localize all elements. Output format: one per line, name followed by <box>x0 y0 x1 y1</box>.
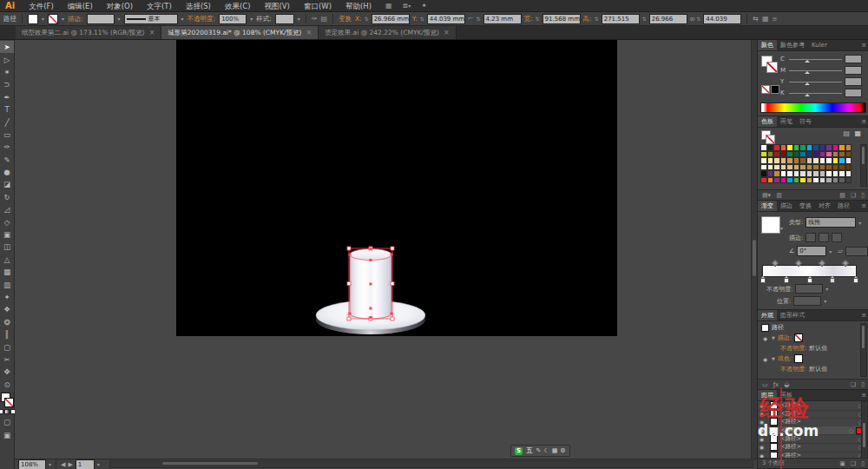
cs-live-icon[interactable]: ✦ <box>421 2 427 10</box>
field-stepper-0[interactable]: ⇅ <box>365 16 369 22</box>
gradient-tab-4[interactable]: 路径 <box>834 201 853 211</box>
swatch-2-3[interactable] <box>780 157 787 164</box>
style-field[interactable] <box>275 14 294 24</box>
swatch-5-12[interactable] <box>838 177 845 184</box>
swatch-2-5[interactable] <box>793 157 800 164</box>
swatch-0-9[interactable] <box>819 144 826 151</box>
swatch-4-11[interactable] <box>832 170 839 177</box>
delete-layer-icon[interactable]: ▯ <box>861 460 865 467</box>
swatch-0-2[interactable] <box>773 144 780 151</box>
field-stepper-5[interactable]: ⇅ <box>642 16 647 22</box>
swatch-5-11[interactable] <box>832 177 839 184</box>
swatch-2-10[interactable] <box>825 157 832 164</box>
swatches-stroke-proxy[interactable] <box>766 135 775 144</box>
gradient-stop-4[interactable] <box>853 278 858 283</box>
gradient-type-select[interactable]: 线性 <box>806 217 856 228</box>
swatch-0-1[interactable] <box>767 144 774 151</box>
stroke-opacity-label[interactable]: 不透明度: <box>780 344 806 353</box>
swatch-2-7[interactable] <box>806 157 813 164</box>
magic-wand-tool[interactable]: ✶ <box>0 66 14 78</box>
swatch-4-1[interactable] <box>767 170 774 177</box>
swatch-4-2[interactable] <box>773 170 780 177</box>
swatch-1-12[interactable] <box>838 151 845 158</box>
gradient-tab-0[interactable]: 渐变 <box>758 201 777 211</box>
perspective-grid-tool[interactable]: △ <box>0 254 14 266</box>
swatch-1-8[interactable] <box>812 151 819 158</box>
swatch-1-6[interactable] <box>799 151 806 158</box>
eraser-tool[interactable]: ◪ <box>0 178 14 190</box>
symbol-sprayer-tool[interactable]: ❂ <box>0 316 14 328</box>
swatch-1-13[interactable] <box>845 151 852 158</box>
ime-keyboard-icon[interactable]: ▦ <box>552 447 558 454</box>
channel-slider-m[interactable] <box>789 70 842 71</box>
document-setup-icon[interactable]: ▤ <box>320 15 327 23</box>
fill-stroke-indicator[interactable] <box>0 393 14 408</box>
gradient-tab-1[interactable]: 描边 <box>777 201 796 211</box>
swatches-tab-2[interactable]: 符号 <box>796 116 815 127</box>
swatch-0-7[interactable] <box>806 144 813 151</box>
field-stepper-3[interactable]: ⇅ <box>536 16 540 22</box>
transform-field-5[interactable]: 26.966 <box>649 14 687 24</box>
hand-tool[interactable]: ✥ <box>0 366 14 378</box>
vertical-scroll-thumb[interactable] <box>753 240 756 276</box>
gradient-preview-swatch[interactable] <box>761 216 780 234</box>
swatch-1-11[interactable] <box>832 151 839 158</box>
swatch-5-1[interactable] <box>767 177 774 184</box>
swatch-1-2[interactable] <box>773 151 780 158</box>
screen-mode-icon[interactable]: ▣ <box>0 428 14 440</box>
stroke-grad-across-icon[interactable] <box>832 233 842 242</box>
swatch-0-10[interactable] <box>825 144 832 151</box>
transform-field-2[interactable]: 4.23 mm <box>483 14 522 24</box>
ime-pen-icon[interactable]: ✎ <box>536 447 542 454</box>
pencil-tool[interactable]: ✎ <box>0 154 14 166</box>
gradient-midpoint-1[interactable] <box>795 260 802 267</box>
rotate-tool[interactable]: ↻ <box>0 191 14 203</box>
swatch-0-5[interactable] <box>793 144 800 151</box>
artwork[interactable] <box>176 40 617 336</box>
swatch-3-8[interactable] <box>812 164 819 171</box>
swatch-5-4[interactable] <box>786 177 793 184</box>
channel-value-y[interactable] <box>845 77 862 86</box>
swatch-2-12[interactable] <box>838 157 845 164</box>
stroke-grad-within-icon[interactable] <box>806 233 816 242</box>
delete-item-icon[interactable]: ▯ <box>861 381 865 388</box>
swatch-4-10[interactable] <box>825 170 832 177</box>
ime-moon-icon[interactable]: ☾ <box>543 447 549 454</box>
swatch-2-0[interactable] <box>760 157 767 164</box>
gradient-tool[interactable]: ▥ <box>0 278 14 290</box>
gradient-midpoint-2[interactable] <box>819 260 825 267</box>
list-view-icon[interactable]: ▤ <box>843 129 850 137</box>
swatch-3-13[interactable] <box>845 164 852 171</box>
menu-item-4[interactable]: 选择(S) <box>179 0 218 12</box>
swatch-1-0[interactable] <box>760 151 767 158</box>
pen-tool[interactable]: ✒ <box>0 91 14 103</box>
blob-brush-tool[interactable]: ● <box>0 166 14 178</box>
close-tab-icon[interactable]: × <box>306 26 312 39</box>
mesh-tool[interactable]: ▦ <box>0 266 14 278</box>
appearance-fill-label[interactable]: 填色: <box>778 354 792 363</box>
gradient-stop-1[interactable] <box>784 278 789 283</box>
menu-item-1[interactable]: 编辑(E) <box>61 0 100 12</box>
fill-opacity-label[interactable]: 不透明度: <box>780 365 806 373</box>
swatch-4-8[interactable] <box>812 170 819 177</box>
channel-slider-c[interactable] <box>789 59 842 60</box>
transform-field-1[interactable]: 44.039 mm <box>427 14 465 24</box>
swatch-1-7[interactable] <box>806 151 813 158</box>
color-tab-1[interactable]: 颜色参考 <box>777 40 808 50</box>
swatch-0-4[interactable] <box>786 144 793 151</box>
appearance-stroke-swatch[interactable] <box>794 334 803 342</box>
swatches-tab-0[interactable]: 色板 <box>758 116 777 127</box>
gradient-tab-3[interactable]: 对齐 <box>815 201 834 211</box>
gradient-tab-2[interactable]: 变换 <box>796 201 815 211</box>
swatch-2-11[interactable] <box>832 157 839 164</box>
new-effect-icon[interactable]: ƒx <box>773 381 779 388</box>
close-tab-icon[interactable]: × <box>149 26 155 39</box>
swatch-4-9[interactable] <box>819 170 826 177</box>
rectangle-tool[interactable]: ▭ <box>0 129 14 141</box>
width-profile-field[interactable]: 基本 <box>124 14 178 24</box>
none-swatch[interactable] <box>761 85 770 94</box>
field-stepper-6[interactable]: ⇅ <box>696 16 700 22</box>
fill-visibility-eye-icon[interactable]: ◉ <box>761 356 769 362</box>
paintbrush-tool[interactable]: ✑ <box>0 141 14 153</box>
direct-selection-tool[interactable]: ▷ <box>0 53 14 65</box>
